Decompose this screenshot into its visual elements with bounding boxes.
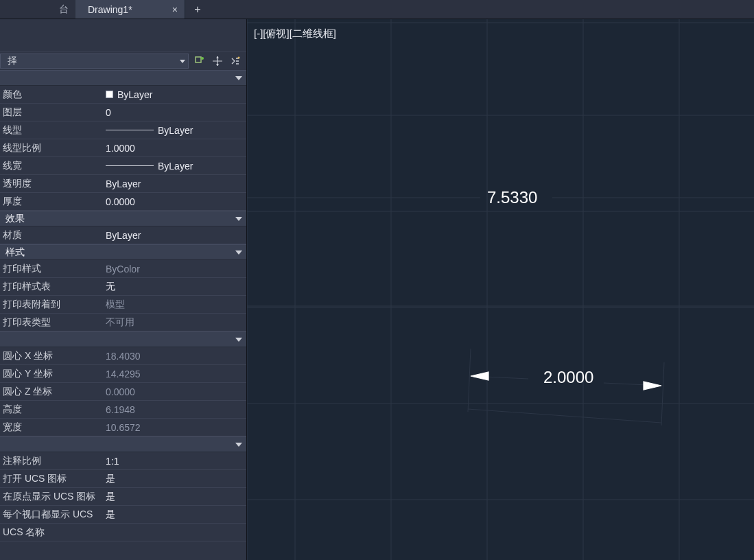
section-view-body: 圆心 X 坐标18.4030圆心 Y 坐标14.4295圆心 Z 坐标0.000… bbox=[0, 347, 246, 436]
property-row[interactable]: 打印样式ByColor bbox=[0, 260, 246, 278]
section-general-header[interactable] bbox=[0, 70, 246, 86]
property-row[interactable]: 厚度0.0000 bbox=[0, 193, 246, 211]
chevron-down-icon bbox=[235, 250, 242, 255]
property-value-text: 14.4295 bbox=[106, 369, 141, 380]
property-row[interactable]: 在原点显示 UCS 图标是 bbox=[0, 488, 246, 506]
selection-dropdown[interactable]: 择 bbox=[0, 54, 189, 69]
property-key: 线宽 bbox=[0, 160, 103, 172]
section-misc-body: 注释比例1:1打开 UCS 图标是在原点显示 UCS 图标是每个视口都显示 UC… bbox=[0, 452, 246, 541]
section-effects-header[interactable]: 效果 bbox=[0, 211, 246, 226]
property-value-text: 是 bbox=[106, 473, 115, 485]
tab-drawing1[interactable]: Drawing1* × bbox=[75, 0, 185, 19]
tab-bar: 台 Drawing1* × + bbox=[0, 0, 754, 19]
property-row[interactable]: 透明度ByLayer bbox=[0, 175, 246, 193]
property-row[interactable]: 注释比例1:1 bbox=[0, 452, 246, 470]
property-value[interactable]: ByLayer bbox=[103, 89, 246, 100]
property-row[interactable]: 线型ByLayer bbox=[0, 121, 246, 139]
property-value-text: 0 bbox=[106, 107, 111, 118]
chevron-down-icon bbox=[235, 76, 242, 80]
property-value[interactable]: 是 bbox=[103, 509, 246, 521]
property-row[interactable]: 每个视口都显示 UCS是 bbox=[0, 506, 246, 524]
property-row[interactable]: UCS 名称 bbox=[0, 524, 246, 541]
canvas-grid bbox=[247, 19, 754, 560]
viewport-label[interactable]: [-][俯视][二维线框] bbox=[254, 27, 336, 40]
property-value[interactable]: ByLayer bbox=[103, 125, 246, 136]
property-value-text: ByLayer bbox=[106, 178, 141, 189]
svg-line-24 bbox=[468, 409, 661, 423]
property-value[interactable]: ByLayer bbox=[103, 178, 246, 189]
property-value[interactable]: 1.0000 bbox=[103, 143, 246, 154]
property-value-text: ByLayer bbox=[158, 125, 193, 136]
property-key: 在原点显示 UCS 图标 bbox=[0, 491, 103, 503]
property-row[interactable]: 颜色ByLayer bbox=[0, 86, 246, 104]
section-plot-body: 打印样式ByColor打印样式表无打印表附着到模型打印表类型不可用 bbox=[0, 260, 246, 331]
property-value-text: 0.0000 bbox=[106, 386, 135, 397]
section-effects-body: 材质ByLayer bbox=[0, 226, 246, 244]
property-key: UCS 名称 bbox=[0, 526, 103, 539]
property-value-text: 1.0000 bbox=[106, 143, 135, 154]
property-value[interactable]: 无 bbox=[103, 281, 246, 293]
property-value-text: 是 bbox=[106, 509, 115, 521]
property-value[interactable]: 0 bbox=[103, 107, 246, 118]
property-row[interactable]: 圆心 Z 坐标0.0000 bbox=[0, 383, 246, 401]
property-value[interactable]: 1:1 bbox=[103, 456, 246, 467]
property-value-text: 是 bbox=[106, 491, 115, 503]
property-row[interactable]: 高度6.1948 bbox=[0, 401, 246, 419]
property-value[interactable]: 0.0000 bbox=[103, 386, 246, 397]
drawing-canvas[interactable]: [-][俯视][二维线框] 7.5330 2.0000 bbox=[247, 19, 754, 560]
property-value[interactable]: ByLayer bbox=[103, 230, 246, 241]
pick-point-icon[interactable] bbox=[211, 54, 224, 68]
property-value-text: ByLayer bbox=[106, 230, 141, 241]
ribbon-stub: 台 bbox=[0, 0, 75, 19]
svg-marker-23 bbox=[644, 382, 661, 390]
section-view-header[interactable] bbox=[0, 331, 246, 347]
chevron-down-icon bbox=[235, 443, 242, 447]
property-row[interactable]: 打印样式表无 bbox=[0, 278, 246, 296]
dimension-value-1[interactable]: 7.5330 bbox=[487, 188, 537, 207]
section-plot-header[interactable]: 样式 bbox=[0, 244, 246, 260]
property-row[interactable]: 圆心 Y 坐标14.4295 bbox=[0, 365, 246, 383]
property-value[interactable]: 18.4030 bbox=[103, 351, 246, 362]
property-row[interactable]: 线型比例1.0000 bbox=[0, 139, 246, 157]
close-icon[interactable]: × bbox=[163, 4, 178, 15]
property-row[interactable]: 打印表类型不可用 bbox=[0, 314, 246, 331]
property-key: 高度 bbox=[0, 404, 103, 416]
property-key: 打开 UCS 图标 bbox=[0, 473, 103, 485]
property-key: 打印表类型 bbox=[0, 316, 103, 329]
property-value[interactable]: ByLayer bbox=[103, 161, 246, 172]
property-row[interactable]: 圆心 X 坐标18.4030 bbox=[0, 347, 246, 365]
dimension-value-2[interactable]: 2.0000 bbox=[543, 368, 593, 387]
property-value[interactable]: 是 bbox=[103, 473, 246, 485]
property-row[interactable]: 打开 UCS 图标是 bbox=[0, 470, 246, 488]
linetype-preview-icon bbox=[106, 130, 154, 130]
property-value[interactable]: 模型 bbox=[103, 299, 246, 311]
section-misc-header[interactable] bbox=[0, 436, 246, 452]
property-row[interactable]: 宽度10.6572 bbox=[0, 419, 246, 436]
quick-select-icon[interactable] bbox=[193, 54, 207, 68]
property-value[interactable]: 6.1948 bbox=[103, 404, 246, 415]
property-row[interactable]: 线宽ByLayer bbox=[0, 157, 246, 175]
property-value-text: 模型 bbox=[106, 299, 125, 311]
property-value-text: ByLayer bbox=[158, 161, 193, 172]
svg-point-1 bbox=[201, 57, 204, 60]
property-value[interactable]: 是 bbox=[103, 491, 246, 503]
property-value[interactable]: ByColor bbox=[103, 264, 246, 275]
color-swatch-icon bbox=[106, 91, 113, 98]
property-key: 圆心 Y 坐标 bbox=[0, 368, 103, 380]
property-row[interactable]: 图层0 bbox=[0, 104, 246, 121]
property-key: 线型比例 bbox=[0, 142, 103, 154]
add-tab-button[interactable]: + bbox=[185, 0, 210, 19]
quick-calc-icon[interactable] bbox=[228, 54, 242, 68]
section-plot-label: 样式 bbox=[5, 246, 235, 259]
property-key: 圆心 X 坐标 bbox=[0, 350, 103, 362]
properties-panel: 择 颜色ByLayer图层0线型ByLayer线型比例1.0000线宽ByLay… bbox=[0, 19, 247, 560]
property-row[interactable]: 材质ByLayer bbox=[0, 226, 246, 244]
property-value[interactable]: 不可用 bbox=[103, 316, 246, 329]
property-value-text: ByColor bbox=[106, 264, 140, 275]
property-row[interactable]: 打印表附着到模型 bbox=[0, 296, 246, 314]
property-value-text: 6.1948 bbox=[106, 404, 135, 415]
property-value[interactable]: 14.4295 bbox=[103, 369, 246, 380]
property-value[interactable]: 10.6572 bbox=[103, 422, 246, 433]
property-value[interactable]: 0.0000 bbox=[103, 196, 246, 207]
property-key: 宽度 bbox=[0, 421, 103, 434]
